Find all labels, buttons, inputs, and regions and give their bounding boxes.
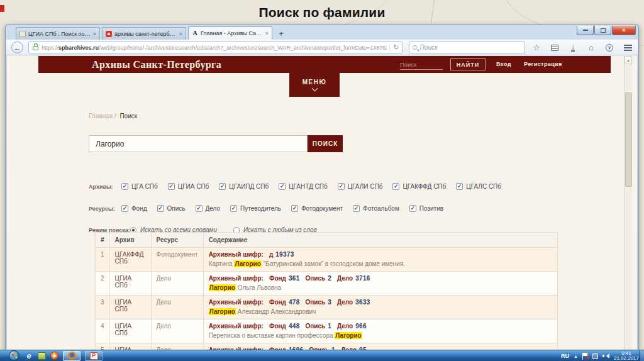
- find-button[interactable]: НАЙТИ: [450, 58, 486, 70]
- result-archive-link[interactable]: ЦГИА СПб: [109, 319, 151, 343]
- hamburger-bars: [624, 45, 632, 46]
- address-bar[interactable]: https://spbarchives.ru/web/group/home/-/…: [28, 42, 402, 53]
- pocket-icon[interactable]: ∨: [604, 43, 614, 53]
- resource-checkbox-label[interactable]: Дело: [206, 205, 221, 212]
- resource-checkbox-label[interactable]: Опись: [167, 205, 186, 212]
- clock[interactable]: 9:41 21.02.2017: [614, 351, 639, 361]
- resource-checkbox-label[interactable]: Фонд: [131, 205, 147, 212]
- checkbox-checked-icon[interactable]: ✓: [196, 205, 203, 212]
- taskbar-app-button[interactable]: P: [85, 351, 103, 361]
- checkbox-checked-icon[interactable]: ✓: [230, 205, 237, 212]
- archive-checkbox-item: ✓ЦГА СПб: [121, 183, 158, 190]
- volume-icon[interactable]: [602, 353, 609, 359]
- archive-checkbox-label[interactable]: ЦГАЛС СПб: [466, 183, 501, 190]
- scrollbar-thumb[interactable]: [625, 92, 632, 187]
- column-header-num: #: [96, 233, 110, 248]
- archive-checkbox-label[interactable]: ЦГАИПД СПб: [229, 183, 269, 190]
- start-button[interactable]: [9, 350, 19, 361]
- archive-code-label: Архивный шифр:: [209, 251, 264, 258]
- reload-button[interactable]: ↻: [389, 43, 399, 52]
- maximize-button[interactable]: [594, 26, 611, 35]
- show-desktop-button[interactable]: [640, 350, 644, 361]
- result-content: Архивный шифр:Фонд478Опись3Дело3633Лагор…: [203, 296, 557, 319]
- browser-search-field[interactable]: Поиск: [409, 42, 525, 53]
- archive-checkbox-label[interactable]: ЦГАКФФД СПб: [402, 183, 446, 190]
- tab-close-icon[interactable]: ×: [93, 31, 96, 37]
- checkbox-checked-icon[interactable]: ✓: [279, 183, 286, 190]
- menu-hamburger-icon[interactable]: [623, 43, 633, 53]
- browser-tab[interactable]: ЦГИА СПб : Поиск по фо...×: [16, 27, 100, 40]
- header-search-input[interactable]: Поиск: [400, 61, 443, 70]
- close-icon: ×: [622, 27, 625, 33]
- taskbar-pinned-button[interactable]: [50, 352, 58, 360]
- checkbox-checked-icon[interactable]: ✓: [121, 183, 128, 190]
- browser-tab[interactable]: AГлавная - Архивы Санкт-...×: [188, 26, 272, 40]
- archive-checkbox-label[interactable]: ЦГАЛИ СПб: [348, 183, 383, 190]
- result-archive-link[interactable]: ЦГАКФФД СПб: [109, 248, 151, 272]
- code-part-value: 3633: [355, 299, 370, 306]
- menu-button[interactable]: МЕНЮ: [289, 73, 340, 97]
- checkbox-checked-icon[interactable]: ✓: [409, 205, 416, 212]
- taskbar-pinned-button[interactable]: [38, 352, 46, 360]
- page-icon: [19, 31, 26, 37]
- breadcrumb-home[interactable]: Главная: [89, 113, 113, 119]
- action-center-flag-icon[interactable]: [582, 353, 588, 360]
- resource-checkbox-label[interactable]: Позитив: [419, 205, 443, 212]
- checkbox-checked-icon[interactable]: ✓: [392, 183, 399, 190]
- result-archive-link[interactable]: ЦГИА СПб: [109, 272, 151, 296]
- browser-tab[interactable]: архивы санкт-петербурга ...×: [102, 27, 186, 40]
- checkbox-checked-icon[interactable]: ✓: [291, 205, 298, 212]
- downloads-icon[interactable]: ↓: [568, 43, 578, 53]
- archive-code-line: Архивный шифр:д19373: [209, 251, 552, 258]
- site-brand[interactable]: Архивы Санкт-Петербурга: [92, 59, 221, 70]
- archive-checkbox-label[interactable]: ЦГИА СПб: [178, 183, 209, 190]
- checkbox-checked-icon[interactable]: ✓: [157, 205, 164, 212]
- back-button[interactable]: ←: [11, 42, 23, 53]
- internet-explorer-icon: e: [25, 352, 33, 360]
- slide-canvas: Поиск по фамилии × ЦГИА СПб : Поиск по ф…: [0, 0, 644, 361]
- close-button[interactable]: ×: [612, 26, 636, 35]
- windows-taskbar: eP RU ▲ 9:41 21.02.2017: [0, 350, 644, 361]
- bookmark-star-icon[interactable]: ☆: [531, 43, 541, 53]
- scroll-up-icon[interactable]: ▲: [625, 56, 632, 64]
- browser-search-placeholder: Поиск: [420, 44, 438, 51]
- site-search-button[interactable]: ПОИСК: [308, 135, 343, 152]
- result-archive-link[interactable]: ЦГИА СПб: [109, 296, 151, 319]
- checkbox-checked-icon[interactable]: ✓: [456, 183, 463, 190]
- window-controls: ×: [576, 26, 636, 35]
- taskbar-pinned-button[interactable]: e: [25, 352, 33, 360]
- site-search-input[interactable]: [89, 135, 308, 152]
- result-description: Картина Лагорио "Батуринский замок" в го…: [209, 260, 552, 268]
- firefox-icon: [68, 352, 76, 360]
- resource-checkbox-label[interactable]: Фотоальбом: [363, 205, 399, 212]
- tab-close-icon[interactable]: ×: [179, 31, 182, 37]
- new-tab-button[interactable]: +: [274, 28, 288, 40]
- archive-checkbox-label[interactable]: ЦГАНТД СПб: [289, 183, 328, 190]
- vertical-scrollbar[interactable]: ▲: [624, 56, 632, 350]
- language-indicator[interactable]: RU: [561, 353, 569, 359]
- resource-checkbox-label[interactable]: Путеводитель: [240, 205, 281, 212]
- bookmarks-menu-icon[interactable]: [550, 43, 560, 53]
- resources-label: Ресурсы:: [89, 206, 121, 212]
- archive-checkbox-label[interactable]: ЦГА СПб: [131, 183, 158, 190]
- code-part-value: 3: [328, 299, 331, 306]
- code-part-label: Дело: [337, 275, 353, 282]
- breadcrumb: Главная / Поиск: [89, 113, 137, 119]
- hidden-icons-arrow[interactable]: ▲: [574, 354, 578, 358]
- checkbox-checked-icon[interactable]: ✓: [121, 205, 128, 212]
- minimize-button[interactable]: [577, 26, 594, 35]
- home-icon[interactable]: ⌂: [586, 43, 596, 53]
- archive-checkbox-item: ✓ЦГИА СПб: [168, 183, 209, 190]
- checkbox-checked-icon[interactable]: ✓: [219, 183, 226, 190]
- login-link[interactable]: Вход: [496, 61, 511, 67]
- checkbox-checked-icon[interactable]: ✓: [338, 183, 345, 190]
- result-num: 1: [96, 248, 110, 272]
- minimize-icon: [583, 30, 588, 31]
- taskbar-app-button[interactable]: [63, 351, 80, 361]
- resource-checkbox-label[interactable]: Фотодокумент: [301, 205, 343, 212]
- register-link[interactable]: Регистрация: [524, 61, 562, 67]
- checkbox-checked-icon[interactable]: ✓: [168, 183, 175, 190]
- tray-app-icon[interactable]: [592, 353, 598, 359]
- tab-close-icon[interactable]: ×: [265, 30, 269, 36]
- checkbox-checked-icon[interactable]: ✓: [353, 205, 360, 212]
